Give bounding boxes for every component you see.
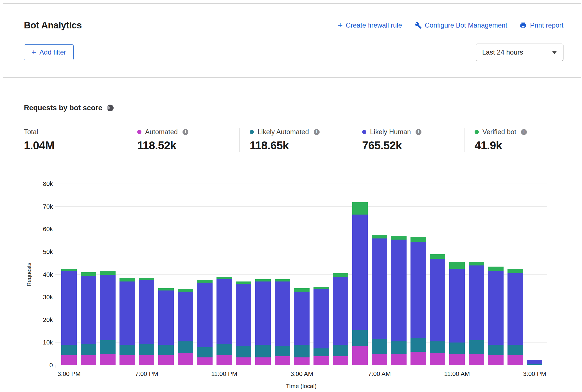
x-tick-label: 11:00 PM xyxy=(211,370,237,378)
configure-bot-management-link[interactable]: Configure Bot Management xyxy=(414,21,507,29)
chart-bar[interactable] xyxy=(195,184,215,365)
bar-segment-verified-bot xyxy=(81,272,96,276)
info-icon[interactable] xyxy=(314,129,320,135)
stat-likely-human: Likely Human 765.52k xyxy=(352,128,464,152)
bar-segment-automated xyxy=(333,356,348,365)
bar-segment-verified-bot xyxy=(313,287,329,289)
stacked-bar xyxy=(119,184,135,365)
stat-likely-automated: Likely Automated 118.65k xyxy=(239,128,352,152)
bar-segment-likely-automated xyxy=(507,345,523,355)
bar-segment-verified-bot xyxy=(197,280,213,283)
bar-segment-automated xyxy=(275,356,290,365)
bar-segment-likely-human xyxy=(449,269,465,343)
chart-bar[interactable] xyxy=(234,184,253,365)
bar-segment-verified-bot xyxy=(61,269,77,271)
time-range-select[interactable]: Last 24 hours xyxy=(476,44,563,61)
verified-bot-legend-dot xyxy=(475,130,479,134)
bar-segment-likely-automated xyxy=(119,345,135,355)
chart-bar[interactable] xyxy=(506,184,525,365)
bar-segment-likely-automated xyxy=(100,340,116,354)
bar-segment-likely-automated xyxy=(197,347,213,357)
bar-segment-automated xyxy=(449,354,465,365)
y-tick-label: 0 xyxy=(49,362,53,369)
bar-segment-likely-human xyxy=(197,283,213,347)
chart-bar[interactable] xyxy=(137,184,156,365)
bar-segment-likely-automated xyxy=(333,345,348,356)
bar-segment-likely-automated xyxy=(255,345,271,357)
likely-automated-legend-dot xyxy=(250,130,254,134)
print-report-link[interactable]: Print report xyxy=(520,21,563,29)
bar-segment-automated xyxy=(255,357,271,365)
chart-bar[interactable] xyxy=(118,184,137,365)
wrench-icon xyxy=(414,22,422,29)
chart-bar[interactable] xyxy=(331,184,350,365)
chart-bar[interactable] xyxy=(312,184,331,365)
bar-segment-likely-automated xyxy=(158,345,174,355)
chart-bar[interactable] xyxy=(273,184,292,365)
chart-bar[interactable] xyxy=(447,184,467,365)
bar-segment-automated xyxy=(61,355,77,365)
chart-bar[interactable] xyxy=(350,184,370,365)
chart-bar[interactable] xyxy=(467,184,486,365)
info-icon[interactable] xyxy=(416,129,421,135)
bar-segment-likely-human xyxy=(430,259,445,341)
bar-segment-verified-bot xyxy=(469,262,484,265)
add-filter-button[interactable]: + Add filter xyxy=(24,44,74,60)
gridline xyxy=(55,365,547,365)
add-filter-label: Add filter xyxy=(39,48,66,56)
bar-segment-likely-human xyxy=(294,292,310,345)
bar-segment-verified-bot xyxy=(119,278,135,281)
stat-label: Verified bot xyxy=(482,128,516,136)
y-tick-label: 40k xyxy=(43,271,53,278)
chart-bar[interactable] xyxy=(156,184,176,365)
stacked-bar xyxy=(178,184,193,365)
create-firewall-rule-label: Create firewall rule xyxy=(346,21,402,29)
bar-segment-verified-bot xyxy=(139,278,154,280)
bar-segment-automated xyxy=(469,354,484,365)
bar-segment-automated xyxy=(507,355,523,365)
bar-segment-likely-human xyxy=(410,242,426,338)
chart-bar[interactable] xyxy=(525,184,544,365)
header-row: Bot Analytics + Create firewall rule Con… xyxy=(24,20,563,31)
x-tick-label: 7:00 PM xyxy=(135,370,158,378)
chart-bar[interactable] xyxy=(79,184,98,365)
stacked-bar xyxy=(313,184,329,365)
bar-segment-automated xyxy=(313,356,329,365)
bar-segment-verified-bot xyxy=(333,273,348,277)
bar-segment-likely-human xyxy=(100,275,116,341)
chart-bar[interactable] xyxy=(370,184,389,365)
stat-label-row: Total xyxy=(24,128,127,136)
bar-segment-automated xyxy=(372,354,387,365)
bar-segment-likely-human xyxy=(216,279,232,344)
y-tick-label: 10k xyxy=(43,339,53,346)
chart-bar[interactable] xyxy=(253,184,273,365)
chart-bar[interactable] xyxy=(389,184,409,365)
bar-segment-verified-bot xyxy=(158,288,174,290)
chart-section: Requests by bot score Total 1.04M Automa… xyxy=(3,103,581,392)
header: Bot Analytics + Create firewall rule Con… xyxy=(3,4,581,78)
stacked-bar xyxy=(469,184,484,365)
bar-segment-verified-bot xyxy=(372,235,387,238)
plot-area xyxy=(55,184,547,365)
bar-segment-likely-human xyxy=(139,280,154,344)
stacked-bar xyxy=(100,184,116,365)
chart-bar[interactable] xyxy=(215,184,234,365)
create-firewall-rule-link[interactable]: + Create firewall rule xyxy=(338,21,402,29)
chart-bar[interactable] xyxy=(292,184,312,365)
bar-segment-automated xyxy=(100,354,116,365)
bar-segment-verified-bot xyxy=(430,254,445,259)
chart-bar[interactable] xyxy=(176,184,195,365)
requests-chart: Requests 010k20k30k40k50k60k70k80k 3:00 … xyxy=(3,184,581,392)
info-icon[interactable] xyxy=(521,129,527,135)
bar-segment-likely-automated xyxy=(410,338,426,352)
stat-value: 118.52k xyxy=(137,139,239,152)
chart-bar[interactable] xyxy=(98,184,118,365)
time-range-value: Last 24 hours xyxy=(482,48,523,56)
stat-label-row: Likely Human xyxy=(362,128,464,136)
chart-bar[interactable] xyxy=(486,184,506,365)
chart-bar[interactable] xyxy=(59,184,79,365)
info-icon[interactable] xyxy=(182,129,188,135)
stacked-bar xyxy=(391,184,407,365)
chart-bar[interactable] xyxy=(428,184,447,365)
chart-bar[interactable] xyxy=(409,184,428,365)
